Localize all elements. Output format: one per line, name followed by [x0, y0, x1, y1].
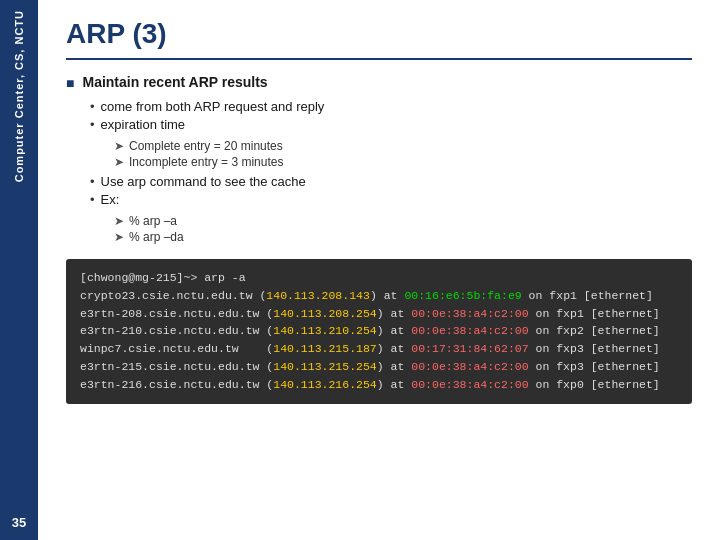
sub-bullet-text-3: Use arp command to see the cache [101, 174, 306, 189]
sub-dot-icon-2: • [90, 117, 95, 132]
sub-bullet-2: • expiration time [90, 117, 692, 132]
terminal-line: e3rtn-210.csie.nctu.edu.tw (140.113.210.… [80, 322, 678, 340]
terminal-line: crypto23.csie.nctu.edu.tw (140.113.208.1… [80, 287, 678, 305]
arrow-icon-1: ➤ [114, 139, 124, 153]
arrow-bullet-arp-da: ➤ % arp –da [114, 230, 692, 244]
arrow-bullet-complete: ➤ Complete entry = 20 minutes [114, 139, 692, 153]
sub-bullet-text-2: expiration time [101, 117, 186, 132]
arrow-text-arp-da: % arp –da [129, 230, 184, 244]
arrow-text-incomplete: Incomplete entry = 3 minutes [129, 155, 283, 169]
bullet-square-icon: ■ [66, 75, 74, 91]
title-divider [66, 58, 692, 60]
main-bullet-text: Maintain recent ARP results [82, 74, 267, 90]
arrow-bullet-arp-a: ➤ % arp –a [114, 214, 692, 228]
arrow-bullet-incomplete: ➤ Incomplete entry = 3 minutes [114, 155, 692, 169]
arrow-bullets-expiration: ➤ Complete entry = 20 minutes ➤ Incomple… [114, 139, 692, 171]
sub-bullet-1: • come from both ARP request and reply [90, 99, 692, 114]
main-content: ARP (3) ■ Maintain recent ARP results • … [38, 0, 720, 540]
terminal-output: [chwong@mg-215]~> arp -acrypto23.csie.nc… [66, 259, 692, 404]
sub-bullet-text-1: come from both ARP request and reply [101, 99, 325, 114]
terminal-line: e3rtn-215.csie.nctu.edu.tw (140.113.215.… [80, 358, 678, 376]
terminal-line: e3rtn-216.csie.nctu.edu.tw (140.113.216.… [80, 376, 678, 394]
content-area: ■ Maintain recent ARP results • come fro… [66, 74, 692, 528]
terminal-line: winpc7.csie.nctu.edu.tw (140.113.215.187… [80, 340, 678, 358]
terminal-line: [chwong@mg-215]~> arp -a [80, 269, 678, 287]
arrow-text-arp-a: % arp –a [129, 214, 177, 228]
sub-bullet-3: • Use arp command to see the cache [90, 174, 692, 189]
page-title: ARP (3) [66, 18, 692, 50]
arrow-icon-4: ➤ [114, 230, 124, 244]
terminal-line: e3rtn-208.csie.nctu.edu.tw (140.113.208.… [80, 305, 678, 323]
sidebar-label: Computer Center, CS, NCTU [12, 10, 26, 182]
sub-bullets-group2: • Use arp command to see the cache • Ex: [90, 174, 692, 210]
page-number: 35 [12, 515, 26, 530]
sub-bullet-text-4: Ex: [101, 192, 120, 207]
sidebar: Computer Center, CS, NCTU 35 [0, 0, 38, 540]
sub-dot-icon-3: • [90, 174, 95, 189]
arrow-text-complete: Complete entry = 20 minutes [129, 139, 283, 153]
sub-bullets-group1: • come from both ARP request and reply •… [90, 99, 692, 135]
sub-dot-icon-1: • [90, 99, 95, 114]
arrow-bullets-ex: ➤ % arp –a ➤ % arp –da [114, 214, 692, 246]
sub-dot-icon-4: • [90, 192, 95, 207]
sub-bullet-4: • Ex: [90, 192, 692, 207]
arrow-icon-2: ➤ [114, 155, 124, 169]
main-bullet-maintain: ■ Maintain recent ARP results [66, 74, 692, 91]
arrow-icon-3: ➤ [114, 214, 124, 228]
